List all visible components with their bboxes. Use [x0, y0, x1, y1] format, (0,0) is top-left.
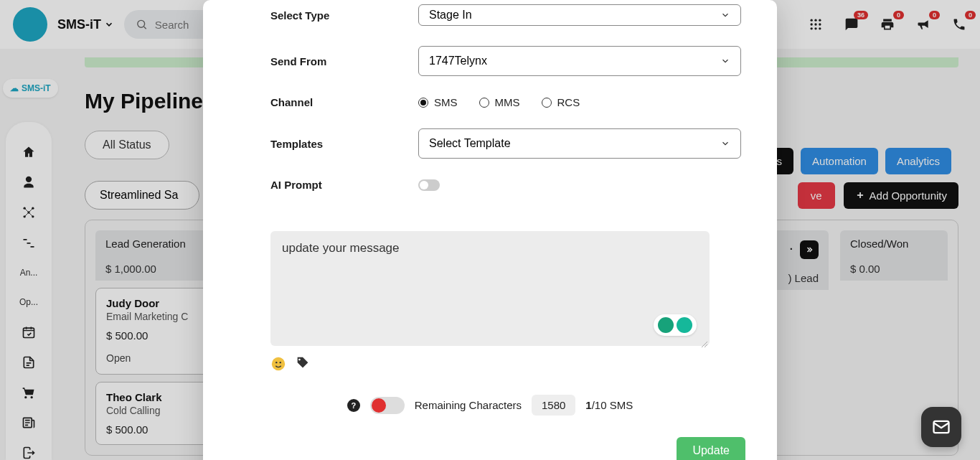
- message-textarea-wrap: [270, 231, 710, 346]
- resize-handle-icon[interactable]: [700, 337, 707, 344]
- message-tools: [270, 356, 741, 375]
- sms-segment-count: 1/10 SMS: [585, 399, 633, 411]
- radio-icon: [418, 98, 428, 108]
- radio-icon: [479, 98, 489, 108]
- row-channel: Channel SMS MMS RCS: [270, 96, 741, 108]
- character-counter: ? Remaining Characters 1580 1/10 SMS: [270, 395, 710, 416]
- label-channel: Channel: [270, 96, 418, 108]
- label-select-type: Select Type: [270, 9, 418, 22]
- radio-icon: [542, 98, 552, 108]
- select-type-value: Stage In: [429, 9, 472, 22]
- svg-point-23: [275, 362, 277, 363]
- chevron-down-icon: [720, 10, 730, 20]
- template-value: Select Template: [429, 137, 511, 150]
- helper-icon: [658, 317, 674, 333]
- label-send-from: Send From: [270, 55, 418, 67]
- remaining-count: 1580: [532, 395, 575, 416]
- channel-radio-group: SMS MMS RCS: [418, 96, 741, 108]
- update-button[interactable]: Update: [677, 437, 745, 460]
- row-send-from: Send From 1747Telynx: [270, 46, 741, 76]
- label-ai-prompt: AI Prompt: [270, 179, 418, 191]
- radio-sms[interactable]: SMS: [418, 96, 458, 108]
- select-template[interactable]: Select Template: [418, 128, 741, 159]
- svg-point-22: [272, 357, 285, 370]
- remaining-label: Remaining Characters: [415, 399, 522, 411]
- row-ai-prompt: AI Prompt: [270, 179, 741, 191]
- help-icon[interactable]: ?: [347, 399, 360, 412]
- tag-insert-icon[interactable]: [295, 356, 311, 375]
- emoji-picker-icon[interactable]: [270, 356, 286, 375]
- radio-mms[interactable]: MMS: [479, 96, 520, 108]
- chevron-down-icon: [720, 139, 730, 149]
- radio-rcs[interactable]: RCS: [542, 96, 580, 108]
- send-from-value: 1747Telynx: [429, 55, 487, 67]
- sms-automation-modal: Select Type Stage In Send From 1747Telyn…: [203, 0, 777, 460]
- svg-line-20: [702, 342, 707, 347]
- chevron-down-icon: [720, 56, 730, 66]
- modal-overlay[interactable]: Select Type Stage In Send From 1747Telyn…: [0, 0, 980, 460]
- helper-icon: [677, 317, 692, 333]
- select-type[interactable]: Stage In: [418, 4, 741, 26]
- grammar-helper[interactable]: [654, 314, 697, 336]
- select-send-from[interactable]: 1747Telynx: [418, 46, 741, 76]
- row-templates: Templates Select Template: [270, 128, 741, 159]
- svg-line-21: [705, 344, 707, 347]
- unicode-toggle[interactable]: [370, 397, 405, 414]
- mail-icon: [931, 417, 951, 437]
- ai-prompt-toggle[interactable]: [418, 179, 440, 191]
- svg-point-24: [280, 362, 281, 363]
- label-templates: Templates: [270, 138, 418, 150]
- row-select-type: Select Type Stage In: [270, 4, 741, 26]
- support-widget[interactable]: [921, 407, 961, 447]
- message-textarea[interactable]: [282, 241, 698, 313]
